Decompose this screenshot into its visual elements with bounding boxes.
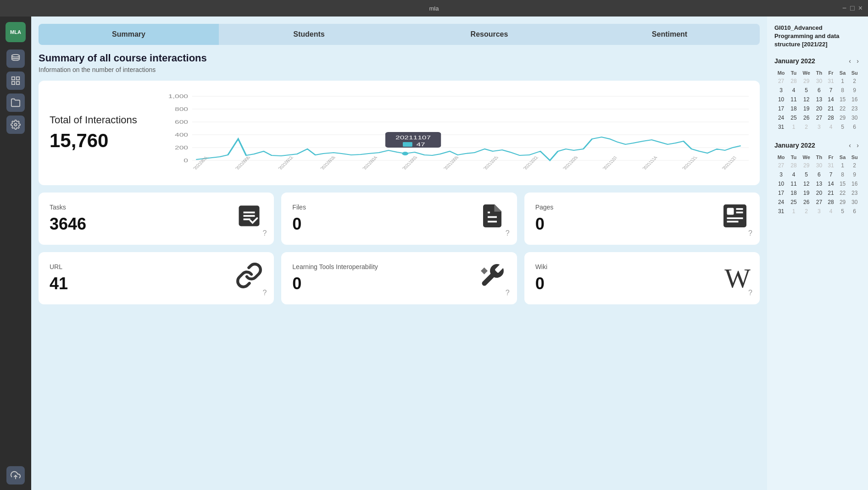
- sidebar-item-settings[interactable]: [6, 116, 25, 134]
- calendar-day[interactable]: 28: [788, 161, 800, 170]
- calendar-day[interactable]: 22: [837, 104, 849, 113]
- calendar-day[interactable]: 19: [800, 104, 813, 113]
- calendar-day[interactable]: 6: [848, 207, 861, 216]
- calendar-day[interactable]: 3: [813, 122, 825, 132]
- upload-button[interactable]: [6, 466, 25, 484]
- calendar-day[interactable]: 2: [848, 161, 861, 170]
- calendar-day[interactable]: 27: [774, 161, 788, 170]
- calendar-day[interactable]: 6: [813, 170, 825, 179]
- calendar-day[interactable]: 5: [837, 207, 849, 216]
- calendar-day[interactable]: 20: [813, 104, 825, 113]
- calendar-day[interactable]: 23: [848, 188, 861, 198]
- window-controls[interactable]: − □ ×: [842, 4, 862, 12]
- calendar-day[interactable]: 24: [774, 198, 788, 207]
- calendar-day[interactable]: 12: [800, 179, 813, 188]
- calendar-day[interactable]: 3: [774, 170, 788, 179]
- calendar-day[interactable]: 14: [825, 179, 837, 188]
- calendar-day[interactable]: 24: [774, 113, 788, 122]
- calendar-day[interactable]: 5: [800, 170, 813, 179]
- calendar-day[interactable]: 29: [800, 77, 813, 86]
- calendar-day[interactable]: 11: [788, 95, 800, 104]
- calendar-day[interactable]: 31: [825, 161, 837, 170]
- calendar-day[interactable]: 9: [848, 86, 861, 95]
- calendar-day[interactable]: 19: [800, 188, 813, 198]
- calendar-day[interactable]: 29: [800, 161, 813, 170]
- sidebar-item-folder[interactable]: [6, 94, 25, 112]
- calendar-day[interactable]: 20: [813, 188, 825, 198]
- calendar-day[interactable]: 15: [837, 179, 849, 188]
- maximize-button[interactable]: □: [850, 4, 855, 12]
- calendar-day[interactable]: 21: [825, 104, 837, 113]
- calendar-day[interactable]: 17: [774, 188, 788, 198]
- calendar-day[interactable]: 14: [825, 95, 837, 104]
- tab-resources[interactable]: Resources: [399, 24, 579, 45]
- files-help-icon[interactable]: ?: [506, 229, 510, 237]
- tasks-help-icon[interactable]: ?: [262, 229, 267, 237]
- calendar-day[interactable]: 17: [774, 104, 788, 113]
- lti-help-icon[interactable]: ?: [506, 289, 510, 297]
- calendar-day[interactable]: 6: [813, 86, 825, 95]
- tab-summary[interactable]: Summary: [39, 24, 219, 45]
- calendar-day[interactable]: 31: [774, 207, 788, 216]
- calendar-2-next[interactable]: ›: [855, 141, 861, 150]
- calendar-day[interactable]: 30: [848, 113, 861, 122]
- calendar-day[interactable]: 10: [774, 179, 788, 188]
- calendar-day[interactable]: 16: [848, 95, 861, 104]
- calendar-day[interactable]: 31: [825, 77, 837, 86]
- calendar-day[interactable]: 18: [788, 104, 800, 113]
- calendar-day[interactable]: 23: [848, 104, 861, 113]
- calendar-day[interactable]: 2: [848, 77, 861, 86]
- close-button[interactable]: ×: [858, 4, 862, 12]
- calendar-day[interactable]: 11: [788, 179, 800, 188]
- calendar-day[interactable]: 10: [774, 95, 788, 104]
- calendar-day[interactable]: 5: [800, 86, 813, 95]
- calendar-day[interactable]: 13: [813, 95, 825, 104]
- calendar-day[interactable]: 7: [825, 86, 837, 95]
- calendar-day[interactable]: 21: [825, 188, 837, 198]
- calendar-day[interactable]: 30: [848, 198, 861, 207]
- calendar-day[interactable]: 28: [825, 198, 837, 207]
- calendar-day[interactable]: 29: [837, 198, 849, 207]
- calendar-day[interactable]: 27: [813, 198, 825, 207]
- calendar-day[interactable]: 1: [788, 122, 800, 132]
- calendar-day[interactable]: 30: [813, 161, 825, 170]
- calendar-day[interactable]: 29: [837, 113, 849, 122]
- calendar-day[interactable]: 30: [813, 77, 825, 86]
- sidebar-item-layers[interactable]: [6, 50, 25, 68]
- calendar-day[interactable]: 27: [774, 77, 788, 86]
- pages-help-icon[interactable]: ?: [748, 229, 752, 237]
- calendar-day[interactable]: 2: [800, 122, 813, 132]
- calendar-day[interactable]: 8: [837, 86, 849, 95]
- calendar-day[interactable]: 3: [813, 207, 825, 216]
- calendar-day[interactable]: 4: [825, 122, 837, 132]
- calendar-1-next[interactable]: ›: [855, 56, 861, 66]
- calendar-day[interactable]: 26: [800, 198, 813, 207]
- calendar-day[interactable]: 8: [837, 170, 849, 179]
- calendar-day[interactable]: 25: [788, 113, 800, 122]
- calendar-day[interactable]: 2: [800, 207, 813, 216]
- calendar-day[interactable]: 13: [813, 179, 825, 188]
- calendar-day[interactable]: 1: [788, 207, 800, 216]
- calendar-day[interactable]: 6: [848, 122, 861, 132]
- calendar-day[interactable]: 31: [774, 122, 788, 132]
- calendar-day[interactable]: 15: [837, 95, 849, 104]
- calendar-day[interactable]: 1: [837, 77, 849, 86]
- calendar-day[interactable]: 25: [788, 198, 800, 207]
- calendar-day[interactable]: 26: [800, 113, 813, 122]
- calendar-day[interactable]: 27: [813, 113, 825, 122]
- calendar-day[interactable]: 4: [788, 86, 800, 95]
- minimize-button[interactable]: −: [842, 4, 846, 12]
- calendar-day[interactable]: 3: [774, 86, 788, 95]
- calendar-day[interactable]: 12: [800, 95, 813, 104]
- sidebar-item-grid[interactable]: [6, 72, 25, 90]
- calendar-day[interactable]: 4: [825, 207, 837, 216]
- calendar-day[interactable]: 18: [788, 188, 800, 198]
- wiki-help-icon[interactable]: ?: [748, 289, 752, 297]
- calendar-2-prev[interactable]: ‹: [847, 141, 853, 150]
- tab-sentiment[interactable]: Sentiment: [579, 24, 760, 45]
- calendar-day[interactable]: 7: [825, 170, 837, 179]
- calendar-day[interactable]: 4: [788, 170, 800, 179]
- url-help-icon[interactable]: ?: [262, 289, 267, 297]
- calendar-day[interactable]: 28: [825, 113, 837, 122]
- calendar-day[interactable]: 5: [837, 122, 849, 132]
